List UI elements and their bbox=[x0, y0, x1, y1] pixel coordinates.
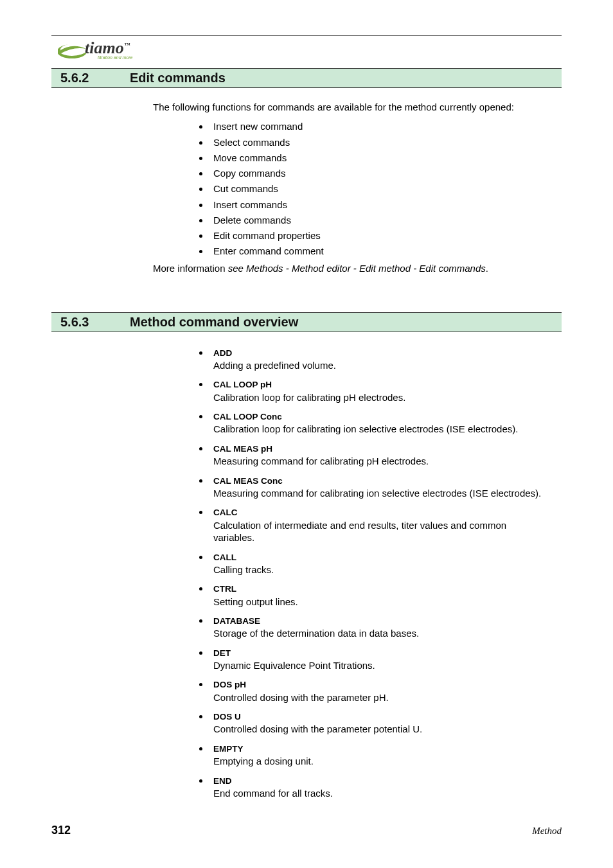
command-desc: Adding a predefined volume. bbox=[213, 359, 549, 372]
command-definition-list: ADDAdding a predefined volume. CAL LOOP … bbox=[153, 346, 549, 800]
list-item: DOS UControlled dosing with the paramete… bbox=[209, 710, 549, 736]
command-term: DATABASE bbox=[213, 616, 549, 627]
list-item: Enter command comment bbox=[209, 245, 549, 258]
list-item: Copy commands bbox=[209, 167, 549, 180]
section-title: Edit commands bbox=[130, 71, 226, 85]
list-item: EMPTYEmptying a dosing unit. bbox=[209, 742, 549, 768]
list-item: DOS pHControlled dosing with the paramet… bbox=[209, 678, 549, 704]
list-item: Edit command properties bbox=[209, 229, 549, 242]
command-term: END bbox=[213, 775, 549, 787]
command-term: DOS U bbox=[213, 711, 549, 723]
command-desc: Measuring command for calibrating ion se… bbox=[213, 487, 549, 500]
page-number: 312 bbox=[51, 824, 71, 837]
list-item: Select commands bbox=[209, 136, 549, 149]
command-desc: Dynamic Equivalence Point Titrations. bbox=[213, 659, 549, 672]
command-term: CAL MEAS Conc bbox=[213, 475, 549, 487]
section-title: Method command overview bbox=[130, 315, 298, 330]
list-item: CAL LOOP pHCalibration loop for calibrat… bbox=[209, 378, 549, 403]
logo-tagline: titration and more bbox=[98, 55, 132, 60]
command-desc: Storage of the determination data in dat… bbox=[213, 627, 549, 640]
command-desc: Calibration loop for calibrating pH elec… bbox=[213, 391, 549, 404]
command-term: ADD bbox=[213, 348, 549, 359]
list-item: CALCCalculation of intermediate and end … bbox=[209, 506, 549, 544]
section-header-edit-commands: 5.6.2 Edit commands bbox=[51, 68, 562, 88]
section1-intro: The following functions for commands are… bbox=[153, 101, 549, 114]
list-item: Insert new command bbox=[209, 120, 549, 133]
list-item: CAL MEAS pHMeasuring command for calibra… bbox=[209, 442, 549, 468]
list-item: Move commands bbox=[209, 152, 549, 164]
command-desc: Calling tracks. bbox=[213, 563, 549, 576]
section-header-method-command-overview: 5.6.3 Method command overview bbox=[51, 312, 562, 332]
section-number: 5.6.3 bbox=[60, 315, 130, 330]
command-desc: Calibration loop for calibrating ion sel… bbox=[213, 423, 549, 436]
list-item: CAL LOOP ConcCalibration loop for calibr… bbox=[209, 410, 549, 436]
top-rule bbox=[51, 35, 562, 36]
more-info-end: . bbox=[486, 263, 488, 274]
command-term: EMPTY bbox=[213, 743, 549, 755]
command-desc: Measuring command for calibrating pH ele… bbox=[213, 455, 549, 468]
list-item: CAL MEAS ConcMeasuring command for calib… bbox=[209, 474, 549, 500]
footer-title: Method bbox=[532, 826, 562, 837]
command-term: CTRL bbox=[213, 583, 549, 595]
command-desc: Emptying a dosing unit. bbox=[213, 755, 549, 768]
list-item: CALLCalling tracks. bbox=[209, 551, 549, 576]
command-desc: Setting output lines. bbox=[213, 596, 549, 608]
command-term: CAL MEAS pH bbox=[213, 443, 549, 455]
command-term: CAL LOOP Conc bbox=[213, 411, 549, 423]
list-item: Delete commands bbox=[209, 214, 549, 227]
command-desc: Controlled dosing with the parameter pot… bbox=[213, 723, 549, 736]
list-item: Insert commands bbox=[209, 199, 549, 211]
list-item: ADDAdding a predefined volume. bbox=[209, 346, 549, 372]
command-term: DET bbox=[213, 648, 549, 659]
list-item: DETDynamic Equivalence Point Titrations. bbox=[209, 646, 549, 672]
command-term: CALC bbox=[213, 507, 549, 518]
command-desc: Calculation of intermediate and end resu… bbox=[213, 519, 549, 544]
command-term: CALL bbox=[213, 552, 549, 563]
command-term: CAL LOOP pH bbox=[213, 379, 549, 391]
more-info-reference: see Methods - Method editor - Edit metho… bbox=[228, 263, 486, 274]
command-desc: Controlled dosing with the parameter pH. bbox=[213, 691, 549, 704]
section-number: 5.6.2 bbox=[60, 71, 130, 85]
command-desc: End command for all tracks. bbox=[213, 787, 549, 800]
list-item: ENDEnd command for all tracks. bbox=[209, 774, 549, 800]
more-info-label: More information bbox=[153, 263, 228, 274]
logo: tiamo™ titration and more bbox=[58, 40, 562, 66]
logo-tm: ™ bbox=[125, 42, 130, 48]
list-item: Cut commands bbox=[209, 182, 549, 195]
command-term: DOS pH bbox=[213, 679, 549, 691]
list-item: CTRLSetting output lines. bbox=[209, 582, 549, 608]
list-item: DATABASEStorage of the determination dat… bbox=[209, 614, 549, 640]
logo-brand-text: tiamo bbox=[85, 39, 124, 57]
section1-function-list: Insert new command Select commands Move … bbox=[153, 120, 549, 258]
section1-more-info: More information see Methods - Method ed… bbox=[153, 262, 549, 275]
page-footer: 312 Method bbox=[51, 824, 562, 837]
